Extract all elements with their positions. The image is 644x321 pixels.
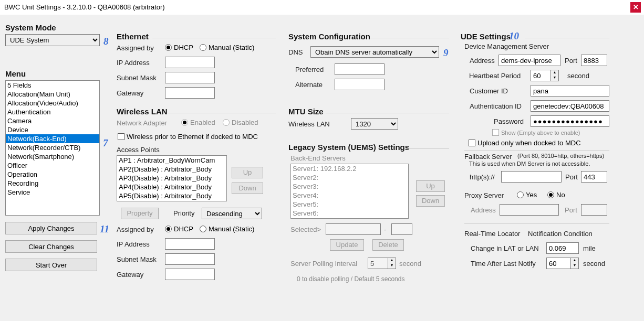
upload-docked-check[interactable]: Upload only when docked to MDC <box>469 139 581 147</box>
menu-item[interactable]: Allocation(Main Unit) <box>6 90 99 99</box>
wlan-gateway-input[interactable] <box>165 269 215 280</box>
wlan-subnet-input[interactable] <box>165 253 215 265</box>
ap-property-button[interactable]: Property <box>121 208 159 219</box>
fallback-address-input[interactable] <box>501 171 562 183</box>
wlan-prior-check[interactable]: Wireless prior to Ethernet if docked to … <box>118 133 258 141</box>
fallback-hint: (Port 80, 8010=http, others=https) <box>517 153 604 159</box>
change-lat-label: Change in LAT or LAN <box>471 244 539 252</box>
custid-input[interactable] <box>531 85 609 97</box>
mtu-wlan-label: Wireless LAN <box>288 120 330 128</box>
server-item: Server6: <box>291 209 408 218</box>
start-over-button[interactable]: Start Over <box>5 259 97 271</box>
eth-ip-label: IP Address <box>117 59 150 67</box>
fallback-port-input[interactable] <box>581 171 607 183</box>
menu-item[interactable]: Allocation(Video/Audio) <box>6 99 99 108</box>
menu-item[interactable]: Service <box>6 188 99 197</box>
ap-item[interactable]: AP3(Disable) : Arbitrator_Body <box>117 174 226 183</box>
menu-item[interactable]: Network(Back-End) <box>6 134 99 143</box>
ap-up-button[interactable]: Up <box>232 167 263 178</box>
second-label: second <box>583 260 605 268</box>
server-item: Server5: <box>291 200 408 209</box>
dns-preferred-input[interactable] <box>335 63 385 75</box>
mile-label: mile <box>583 244 596 252</box>
menu-item[interactable]: Device <box>6 125 99 134</box>
password-input[interactable] <box>531 115 609 127</box>
wlan-adapter-label: Network Adapter <box>117 119 167 127</box>
menu-label: Menu <box>5 69 26 78</box>
proxy-no-radio[interactable]: No <box>547 191 565 199</box>
menu-list[interactable]: 5 FieldsAllocation(Main Unit)Allocation(… <box>5 80 100 216</box>
menu-item[interactable]: Network(Smartphone) <box>6 152 99 161</box>
wlan-dhcp-radio[interactable]: DHCP <box>165 225 193 233</box>
dms-address-label: Address <box>470 57 495 65</box>
close-button[interactable]: ✕ <box>630 2 641 13</box>
wlan-priority-select[interactable]: Descending <box>202 208 262 219</box>
menu-item[interactable]: Network(Recorder/CTB) <box>6 143 99 152</box>
eth-gateway-label: Gateway <box>117 89 143 97</box>
https-prefix: http(s):// <box>470 173 495 181</box>
legacy-title: Legacy System (UEMS) Settings <box>288 143 409 152</box>
dns-label: DNS <box>288 48 303 56</box>
authid-input[interactable] <box>531 100 609 112</box>
server-item: Server2: <box>291 173 408 182</box>
ap-list[interactable]: AP1 : Arbitrator_BodyWornCamAP2(Disable)… <box>117 155 227 201</box>
eth-gateway-input[interactable] <box>165 87 215 99</box>
heartbeat-unit: second <box>567 72 589 80</box>
eth-ip-input[interactable] <box>165 57 215 68</box>
change-lat-input[interactable] <box>546 242 579 254</box>
ap-item[interactable]: AP5(Disable) : Arbitrator_Body <box>117 191 226 200</box>
ap-item[interactable]: AP2(Disable) : Arbitrator_Body <box>117 165 226 174</box>
legacy-dash: - <box>384 226 386 233</box>
ap-down-button[interactable]: Down <box>232 183 263 194</box>
eth-dhcp-radio[interactable]: DHCP <box>165 44 193 51</box>
menu-item[interactable]: Authentication <box>6 108 99 116</box>
wlan-priority-label: Priority <box>173 209 194 217</box>
wlan-ip-label: IP Address <box>117 240 150 248</box>
dns-alternate-input[interactable] <box>335 79 385 90</box>
callout-10: 10 <box>509 30 521 42</box>
proxy-port-input <box>581 204 607 216</box>
callout-9: 9 <box>443 47 455 59</box>
eth-subnet-label: Subnet Mask <box>117 74 157 82</box>
menu-item[interactable]: Recording <box>6 179 99 188</box>
server-item: Server1: 192.168.2.2 <box>291 164 408 173</box>
dns-select[interactable]: Obain DNS server automatically <box>310 46 439 58</box>
mtu-select[interactable]: 1320 <box>351 118 398 130</box>
window-title: BWC Unit Settings - 3.2.10.0 - QBA00608 … <box>4 3 165 11</box>
legacy-server-list: Server1: 192.168.2.2Server2:Server3:Serv… <box>290 164 409 219</box>
menu-item[interactable]: Officer <box>6 161 99 170</box>
legacy-poll-label: Server Polling Interval <box>290 260 357 268</box>
ap-item[interactable]: AP1 : Arbitrator_BodyWornCam <box>117 156 226 165</box>
ap-item[interactable]: AP4(Disable) : Arbitrator_Body <box>117 183 226 191</box>
wlan-manual-radio[interactable]: Manual (Static) <box>200 225 254 233</box>
legacy-poll-hint: 0 to disable polling / Default 5 seconds <box>297 275 404 283</box>
menu-item[interactable]: Camera <box>6 116 99 125</box>
eth-subnet-input[interactable] <box>165 72 215 83</box>
divider <box>464 223 609 224</box>
notif-label: Notification Condition <box>528 230 593 238</box>
wlan-assigned-by-label: Assigned by <box>117 226 154 233</box>
wlan-ip-input[interactable] <box>165 238 215 250</box>
divider <box>326 113 449 113</box>
ude-title: UDE Settings <box>461 32 511 41</box>
dms-address-input[interactable] <box>498 55 560 66</box>
menu-item[interactable]: 5 Fields <box>6 81 99 90</box>
system-mode-select[interactable]: UDE System <box>5 34 100 46</box>
time-after-spin[interactable]: ▲▼ <box>546 258 579 269</box>
rtl-label: Real-Time Locator <box>464 230 520 238</box>
wlan-subnet-label: Subnet Mask <box>117 255 157 263</box>
heartbeat-spin[interactable]: ▲▼ <box>531 70 559 81</box>
dns-alternate-label: Alternate <box>295 81 323 89</box>
menu-item[interactable]: Operation <box>6 170 99 179</box>
eth-manual-radio[interactable]: Manual (Static) <box>200 44 254 51</box>
divider <box>152 38 276 38</box>
syscfg-title: System Configuration <box>288 32 370 41</box>
clear-changes-button[interactable]: Clear Changes <box>5 240 97 253</box>
dms-label: Device Management Server <box>464 42 549 50</box>
wlan-ap-label: Access Points <box>117 146 160 154</box>
proxy-yes-radio[interactable]: Yes <box>517 191 537 199</box>
divider <box>404 148 449 149</box>
legacy-delete-button: Delete <box>372 239 404 251</box>
apply-changes-button[interactable]: Apply Changes <box>5 222 97 234</box>
dms-port-input[interactable] <box>581 55 607 66</box>
